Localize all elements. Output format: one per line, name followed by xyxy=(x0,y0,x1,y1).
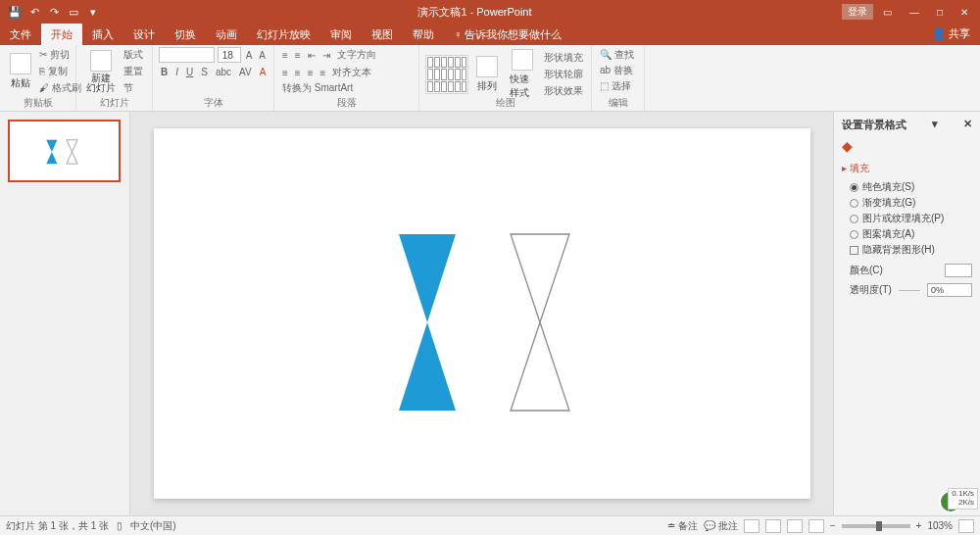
font-family-combo[interactable] xyxy=(159,47,215,63)
section-fill[interactable]: ▸ 填充 xyxy=(842,162,972,175)
shapes-gallery[interactable] xyxy=(425,55,468,94)
shrink-font-icon[interactable]: A xyxy=(257,49,268,62)
find-button[interactable]: 🔍 查找 xyxy=(598,47,638,63)
text-direction-button[interactable]: 文字方向 xyxy=(335,47,378,63)
window-title: 演示文稿1 - PowerPoint xyxy=(108,5,842,20)
replace-button[interactable]: ab 替换 xyxy=(598,63,638,78)
color-label: 颜色(C) xyxy=(850,264,883,277)
accessibility-icon[interactable]: ▯ xyxy=(117,520,122,531)
ribbon: 粘贴 ✂ 剪切 ⎘ 复制 🖌 格式刷 剪贴板 新建 幻灯片 版式 重置 节 幻灯… xyxy=(0,45,980,112)
network-speed-overlay: 0.1K/s2K/s xyxy=(948,488,978,510)
tab-file[interactable]: 文件 xyxy=(0,24,41,45)
tab-animations[interactable]: 动画 xyxy=(206,24,247,45)
slideshow-view-button[interactable] xyxy=(808,519,824,533)
bold-button[interactable]: B xyxy=(159,66,170,78)
tab-home[interactable]: 开始 xyxy=(41,24,82,45)
tab-transitions[interactable]: 切换 xyxy=(165,24,206,45)
zoom-out-button[interactable]: − xyxy=(830,520,836,531)
status-bar: 幻灯片 第 1 张，共 1 张 ▯ 中文(中国) ≐ 备注 💬 批注 − + 1… xyxy=(0,515,980,535)
layout-button[interactable]: 版式 xyxy=(122,47,145,63)
zoom-slider[interactable] xyxy=(842,524,910,528)
login-button[interactable]: 登录 xyxy=(842,4,873,20)
comments-button[interactable]: 💬 批注 xyxy=(704,519,738,533)
numbering-button[interactable]: ≡ xyxy=(293,49,303,62)
strike-button[interactable]: S xyxy=(199,66,210,78)
slide-canvas-area xyxy=(130,112,833,515)
undo-icon[interactable]: ↶ xyxy=(27,5,41,19)
normal-view-button[interactable] xyxy=(744,519,760,533)
panel-close-icon[interactable]: ✕ xyxy=(963,118,972,132)
slide-count: 幻灯片 第 1 张，共 1 张 xyxy=(6,519,109,533)
redo-icon[interactable]: ↷ xyxy=(47,5,61,19)
group-font: 字体 xyxy=(153,96,273,110)
align-center-button[interactable]: ≡ xyxy=(293,67,303,79)
minimize-icon[interactable]: — xyxy=(902,5,927,20)
justify-button[interactable]: ≡ xyxy=(318,67,328,79)
tab-review[interactable]: 审阅 xyxy=(320,24,362,45)
tab-view[interactable]: 视图 xyxy=(362,24,403,45)
sorter-view-button[interactable] xyxy=(765,519,781,533)
transparency-slider[interactable] xyxy=(899,290,920,291)
close-icon[interactable]: ✕ xyxy=(953,5,976,20)
indent-dec-button[interactable]: ⇤ xyxy=(306,49,318,62)
svg-marker-1 xyxy=(67,140,77,164)
reset-button[interactable]: 重置 xyxy=(122,64,145,79)
opt-picture-fill[interactable]: 图片或纹理填充(P) xyxy=(842,211,972,226)
notes-button[interactable]: ≐ 备注 xyxy=(667,519,698,533)
transparency-value[interactable]: 0% xyxy=(927,283,972,297)
font-size-combo[interactable]: 18 xyxy=(218,47,241,63)
tab-help[interactable]: 帮助 xyxy=(403,24,444,45)
grow-font-icon[interactable]: A xyxy=(244,49,255,62)
maximize-icon[interactable]: □ xyxy=(929,5,951,20)
opt-solid-fill[interactable]: 纯色填充(S) xyxy=(842,179,972,195)
align-left-button[interactable]: ≡ xyxy=(280,67,290,79)
select-button[interactable]: ⬚ 选择 xyxy=(598,78,638,94)
color-picker[interactable] xyxy=(945,264,972,277)
bullets-button[interactable]: ≡ xyxy=(280,49,290,62)
svg-marker-0 xyxy=(46,140,57,164)
spacing-button[interactable]: AV xyxy=(237,66,254,78)
shape-hourglass-filled[interactable] xyxy=(399,234,456,411)
tab-slideshow[interactable]: 幻灯片放映 xyxy=(247,24,320,45)
tab-insert[interactable]: 插入 xyxy=(82,24,123,45)
slide[interactable] xyxy=(154,128,810,499)
new-slide-button[interactable]: 新建 幻灯片 xyxy=(82,48,120,95)
font-color-button[interactable]: A xyxy=(258,66,269,78)
underline-button[interactable]: U xyxy=(184,66,195,78)
group-slides: 幻灯片 xyxy=(76,96,152,110)
reading-view-button[interactable] xyxy=(787,519,803,533)
zoom-in-button[interactable]: + xyxy=(916,520,922,531)
align-right-button[interactable]: ≡ xyxy=(306,67,316,79)
zoom-level[interactable]: 103% xyxy=(927,520,953,531)
shadow-button[interactable]: abc xyxy=(214,66,233,78)
arrange-button[interactable]: 排列 xyxy=(472,54,502,95)
fill-tab-icon[interactable]: ◆ xyxy=(842,138,859,156)
paste-button[interactable]: 粘贴 xyxy=(6,51,35,92)
opt-hide-bg[interactable]: 隐藏背景图形(H) xyxy=(842,242,972,258)
italic-button[interactable]: I xyxy=(173,66,180,78)
share-button[interactable]: 👤 共享 xyxy=(922,23,980,45)
fit-to-window-button[interactable] xyxy=(958,519,974,533)
arrange-icon xyxy=(476,56,498,77)
shape-hourglass-outline[interactable] xyxy=(511,234,569,411)
slideshow-icon[interactable]: ▭ xyxy=(67,5,80,19)
panel-dropdown-icon[interactable]: ▾ xyxy=(932,118,938,132)
new-slide-icon xyxy=(90,50,112,72)
tab-design[interactable]: 设计 xyxy=(123,24,165,45)
group-paragraph: 段落 xyxy=(274,96,418,110)
qat-dropdown-icon[interactable]: ▾ xyxy=(86,5,100,19)
tell-me[interactable]: ♀ 告诉我你想要做什么 xyxy=(444,24,571,45)
align-text-button[interactable]: 对齐文本 xyxy=(330,65,373,80)
opt-pattern-fill[interactable]: 图案填充(A) xyxy=(842,226,972,242)
section-button[interactable]: 节 xyxy=(122,80,145,96)
indent-inc-button[interactable]: ⇥ xyxy=(320,49,332,62)
save-icon[interactable]: 💾 xyxy=(8,5,22,19)
opt-gradient-fill[interactable]: 渐变填充(G) xyxy=(842,195,972,211)
language-status[interactable]: 中文(中国) xyxy=(130,519,176,533)
shape-fill-button[interactable]: 形状填充 xyxy=(542,50,585,66)
smartart-button[interactable]: 转换为 SmartArt xyxy=(280,80,355,96)
slide-thumbnail-1[interactable] xyxy=(8,120,121,182)
ribbon-options-icon[interactable]: ▭ xyxy=(875,5,900,20)
shape-outline-button[interactable]: 形状轮廓 xyxy=(542,67,585,82)
quick-styles-button[interactable]: 快速样式 xyxy=(506,47,538,102)
